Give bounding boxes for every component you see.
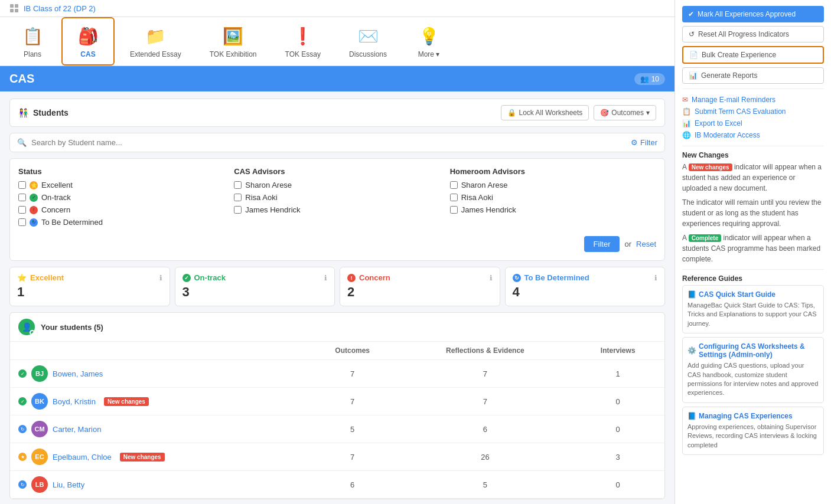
breadcrumb: IB Class of 22 (DP 2) [0, 0, 674, 17]
extended-essay-icon: 📁 [144, 24, 167, 48]
tab-more[interactable]: 💡 More ▾ [402, 17, 455, 66]
submit-term-link[interactable]: 📋 Submit Term CAS Evaluation [682, 106, 824, 117]
filter-concern: ! Concern [18, 205, 224, 214]
export-icon: 📊 [682, 119, 691, 127]
submit-term-icon: 📋 [682, 107, 691, 116]
interviews-cell-1: 0 [571, 388, 664, 415]
search-input[interactable] [31, 138, 626, 147]
concern-dot: ! [30, 206, 38, 214]
student-link-0[interactable]: Bowen, James [53, 369, 103, 378]
lock-all-worksheets-button[interactable]: 🔒 Lock All Worksheets [501, 105, 589, 120]
tab-plans[interactable]: 📋 Plans [6, 17, 59, 66]
new-changes-text1: A New changes indicator will appear when… [682, 162, 824, 194]
mark-approved-button[interactable]: ✔ Mark All Experiences Approved [682, 6, 824, 22]
students-icon: 👫 [18, 108, 28, 117]
reset-progress-button[interactable]: ↺ Reset All Progress Indicators [682, 26, 824, 42]
cas-header: CAS 👥 10 [0, 66, 674, 91]
filter-cas-advisors-col: CAS Advisors Sharon Arese Risa Aoki Jame… [234, 167, 440, 230]
tab-cas-label: CAS [80, 50, 95, 58]
guide-icon-3: 📘 [687, 412, 696, 420]
cas-advisors-col-title: CAS Advisors [234, 167, 440, 176]
guide-worksheets-settings: ⚙️ Configuring CAS Worksheets & Settings… [682, 337, 824, 403]
filter-homeroom-james-checkbox[interactable] [450, 206, 458, 214]
tbd-icon: ↻ [513, 274, 521, 282]
filter-tbd-checkbox[interactable] [18, 218, 26, 226]
manage-email-link[interactable]: ✉ Manage E-mail Reminders [682, 94, 824, 106]
filter-columns: Status ⭐ Excellent ✓ On-track ! Co [18, 167, 656, 230]
tab-discussions[interactable]: ✉️ Discussions [336, 17, 400, 66]
filter-or-label: or [624, 240, 631, 248]
svg-rect-2 [10, 9, 14, 12]
generate-reports-button[interactable]: 📊 Generate Reports [682, 67, 824, 84]
guide-worksheets-desc: Add guiding CAS questions, upload your C… [687, 361, 819, 398]
reference-guides-title: Reference Guides [682, 274, 824, 283]
guide-icon-2: ⚙️ [687, 346, 696, 355]
export-excel-link[interactable]: 📊 Export to Excel [682, 117, 824, 129]
status-indicator-1: ✓ [18, 397, 27, 405]
student-count: 10 [651, 75, 659, 83]
status-card-excellent-header: ⭐ Excellent ℹ [17, 273, 162, 282]
filter-advisor-sharon-label: Sharon Arese [245, 181, 292, 189]
filter-homeroom-risa-checkbox[interactable] [450, 194, 458, 201]
guide-worksheets-title[interactable]: ⚙️ Configuring CAS Worksheets & Settings… [687, 342, 819, 359]
guide-managing-title[interactable]: 📘 Managing CAS Experiences [687, 412, 819, 420]
filter-toggle-button[interactable]: ⚙ Filter [631, 138, 657, 147]
tab-cas[interactable]: 🎒 CAS [61, 17, 115, 66]
filter-homeroom-risa-label: Risa Aoki [461, 193, 493, 202]
class-name[interactable]: IB Class of 22 (DP 2) [24, 4, 96, 13]
apply-filter-button[interactable]: Filter [584, 236, 620, 252]
cas-icon: 🎒 [76, 24, 100, 48]
tok-essay-icon: ❗ [291, 24, 315, 48]
ib-moderator-link[interactable]: 🌐 IB Moderator Access [682, 129, 824, 141]
nav-tabs: 📋 Plans 🎒 CAS 📁 Extended Essay 🖼️ TOK Ex… [0, 17, 674, 66]
status-indicator-4: ↻ [18, 480, 27, 489]
svg-rect-1 [15, 4, 18, 8]
students-table-section: 👤 Your students (5) Outcomes Reflections… [9, 312, 665, 499]
student-icon: 👥 [640, 75, 649, 83]
status-cards: ⭐ Excellent ℹ 1 ✓ On-track ℹ 3 [9, 267, 665, 306]
bulk-create-button[interactable]: 📄 Bulk Create Experience [682, 46, 824, 64]
interviews-cell-2: 0 [571, 415, 664, 443]
students-table-thead: Outcomes Reflections & Evidence Intervie… [10, 342, 664, 360]
student-link-3[interactable]: Epelbaum, Chloe [53, 453, 112, 462]
avatar-4: LB [31, 476, 48, 493]
reset-filter-button[interactable]: Reset [636, 240, 656, 248]
status-indicator-3: ★ [18, 453, 27, 461]
student-link-1[interactable]: Boyd, Kristin [53, 397, 96, 406]
students-tbody: ✓ BJ Bowen, James 7 7 1 ✓ BK Boyd, Krist… [10, 360, 664, 499]
filter-concern-checkbox[interactable] [18, 206, 26, 214]
tab-tok-essay-label: TOK Essay [285, 50, 321, 58]
outcomes-button[interactable]: 🎯 Outcomes ▾ [594, 105, 656, 120]
filter-advisor-sharon: Sharon Arese [234, 181, 440, 189]
generate-reports-icon: 📊 [689, 71, 698, 80]
tab-tok-essay[interactable]: ❗ TOK Essay [272, 17, 334, 66]
tab-extended-essay[interactable]: 📁 Extended Essay [117, 17, 194, 66]
email-icon: ✉ [682, 96, 688, 104]
filter-advisor-james-checkbox[interactable] [234, 206, 242, 214]
filter-homeroom-risa: Risa Aoki [450, 193, 656, 202]
filter-advisor-sharon-checkbox[interactable] [234, 181, 242, 189]
tab-tok-exhibition[interactable]: 🖼️ TOK Exhibition [197, 17, 270, 66]
student-name-cell-3: ★ EC Epelbaum, Chloe New changes [10, 443, 306, 471]
filter-ontrack-checkbox[interactable] [18, 194, 26, 201]
filter-homeroom-sharon-checkbox[interactable] [450, 181, 458, 189]
status-card-concern-header: ! Concern ℹ [347, 273, 493, 282]
student-link-4[interactable]: Liu, Betty [53, 480, 84, 489]
status-indicator-2: ↻ [18, 425, 27, 433]
avatar-1: BK [31, 393, 48, 410]
filter-advisor-risa-checkbox[interactable] [234, 194, 242, 201]
table-row: ✓ BJ Bowen, James 7 7 1 [10, 360, 664, 388]
guide-quick-start-desc: ManageBac Quick Start Guide to CAS: Tips… [687, 301, 819, 328]
filter-homeroom-james-label: James Hendrick [461, 205, 516, 214]
filter-tbd: ↻ To Be Determined [18, 218, 224, 227]
filter-excellent-checkbox[interactable] [18, 181, 26, 189]
status-col-title: Status [18, 167, 224, 176]
sidebar-divider-1 [682, 89, 824, 89]
guide-quick-start-title[interactable]: 📘 CAS Quick Start Guide [687, 290, 819, 299]
interviews-cell-3: 3 [571, 443, 664, 471]
excellent-card-title: ⭐ Excellent [17, 273, 64, 282]
homeroom-col-title: Homeroom Advisors [450, 167, 656, 176]
new-changes-badge: New changes [104, 397, 149, 406]
svg-rect-0 [10, 4, 14, 8]
student-link-2[interactable]: Carter, Marion [53, 425, 101, 434]
